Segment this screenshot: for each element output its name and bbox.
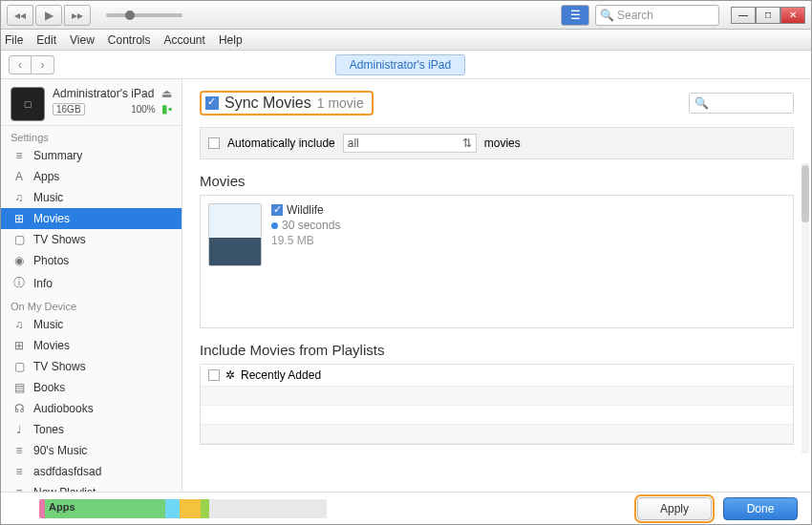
movies-search-input[interactable]: 🔍	[689, 93, 794, 114]
sidebar-item-label: Movies	[33, 339, 70, 352]
sidebar-item-music[interactable]: ♫Music	[1, 187, 182, 208]
list-view-button[interactable]: ☰	[561, 5, 589, 26]
sidebar-item-label: Photos	[33, 254, 69, 267]
done-button[interactable]: Done	[723, 497, 798, 520]
menu-controls[interactable]: Controls	[108, 33, 151, 47]
movies-heading: Movies	[200, 173, 794, 189]
photos-icon: ◉	[12, 254, 26, 267]
sidebar-item-summary[interactable]: ≡Summary	[1, 145, 182, 166]
movie-size: 19.5 MB	[271, 234, 340, 247]
info-icon: ⓘ	[12, 275, 26, 291]
apply-button[interactable]: Apply	[637, 497, 712, 520]
nav-forward-button[interactable]: ›	[32, 55, 54, 74]
sidebar-item-label: TV Shows	[33, 233, 86, 246]
global-search-input[interactable]: 🔍 Search	[595, 5, 719, 26]
playlist-row[interactable]: ✲ Recently Added	[201, 365, 793, 387]
sidebar-item-device-movies[interactable]: ⊞Movies	[1, 335, 182, 356]
sidebar-item-label: Music	[33, 318, 63, 331]
sidebar-item-tvshows[interactable]: ▢TV Shows	[1, 229, 182, 250]
sidebar-item-label: asdfdasfdsad	[33, 465, 101, 478]
sidebar-item-label: Audiobooks	[33, 402, 94, 415]
playlist-row-empty	[201, 425, 793, 444]
sidebar-item-playlist[interactable]: ≡90's Music	[1, 440, 182, 461]
prev-button[interactable]: ◂◂	[7, 5, 33, 26]
sync-movies-checkbox[interactable]	[205, 96, 219, 110]
menu-help[interactable]: Help	[219, 33, 243, 47]
search-icon: 🔍	[600, 9, 614, 22]
sidebar-item-label: Summary	[33, 149, 82, 162]
unwatched-dot-icon	[271, 222, 278, 229]
music-icon: ♫	[12, 191, 26, 204]
sidebar-item-device-audiobooks[interactable]: ☊Audiobooks	[1, 398, 182, 419]
sidebar-item-photos[interactable]: ◉Photos	[1, 250, 182, 271]
sidebar-item-label: 90's Music	[33, 444, 87, 457]
sync-movies-row: Sync Movies 1 movie	[200, 91, 374, 116]
sidebar-item-info[interactable]: ⓘInfo	[1, 271, 182, 295]
summary-icon: ≡	[12, 149, 26, 162]
eject-icon[interactable]: ⏏	[161, 87, 172, 100]
volume-slider[interactable]	[106, 13, 182, 17]
sidebar-item-label: TV Shows	[33, 360, 86, 373]
device-thumbnail-icon	[11, 87, 45, 121]
footer-bar: Apps Apply Done	[1, 492, 811, 524]
movies-icon: ⊞	[12, 212, 26, 225]
menu-view[interactable]: View	[70, 33, 95, 47]
close-button[interactable]: ✕	[780, 7, 805, 24]
device-capacity: 16GB	[53, 103, 85, 116]
sidebar-section-settings: Settings	[1, 126, 182, 145]
storage-seg	[180, 499, 200, 518]
search-placeholder: Search	[617, 9, 653, 22]
music-icon: ♫	[12, 318, 26, 331]
playlist-checkbox[interactable]	[208, 369, 220, 381]
movie-thumbnail[interactable]	[208, 203, 262, 266]
tv-icon: ▢	[12, 233, 26, 246]
title-bar: ◂◂ ▶ ▸▸ ☰ 🔍 Search — □ ✕	[1, 1, 811, 30]
nav-back-button[interactable]: ‹	[9, 55, 32, 74]
menu-edit[interactable]: Edit	[36, 33, 56, 47]
auto-include-select[interactable]: all ⇅	[343, 134, 477, 153]
breadcrumb[interactable]: Administrator's iPad	[335, 54, 465, 75]
sidebar-item-device-tv[interactable]: ▢TV Shows	[1, 356, 182, 377]
auto-include-suffix: movies	[484, 136, 521, 150]
menu-file[interactable]: File	[5, 33, 23, 47]
auto-include-label: Automatically include	[227, 136, 335, 150]
battery-pct: 100%	[131, 104, 156, 115]
movie-checkbox[interactable]	[271, 204, 283, 216]
auto-include-checkbox[interactable]	[208, 137, 220, 149]
sidebar-section-device: On My Device	[1, 295, 182, 314]
playlist-label: Recently Added	[241, 368, 321, 382]
nav-row: ‹ › Administrator's iPad	[1, 51, 811, 79]
movies-list: Wildlife 30 seconds 19.5 MB	[200, 195, 794, 328]
maximize-button[interactable]: □	[756, 7, 780, 24]
storage-seg-free	[209, 499, 327, 518]
movies-icon: ⊞	[12, 339, 26, 352]
scrollbar-thumb[interactable]	[801, 165, 809, 222]
sidebar-item-device-books[interactable]: ▤Books	[1, 377, 182, 398]
search-icon: 🔍	[694, 96, 709, 110]
device-header[interactable]: Administrator's iPad ⏏ 16GB 100% ▮▪	[1, 79, 182, 126]
storage-bar[interactable]: Apps	[39, 499, 327, 518]
sidebar-item-device-tones[interactable]: ♩Tones	[1, 419, 182, 440]
minimize-button[interactable]: —	[731, 7, 756, 24]
sync-movies-count: 1 movie	[317, 95, 364, 111]
play-button[interactable]: ▶	[35, 5, 62, 26]
storage-label: Apps	[49, 501, 75, 513]
storage-seg-apps: Apps	[45, 499, 165, 518]
sidebar-item-label: Info	[33, 277, 53, 290]
sidebar-item-playlist[interactable]: ≡asdfdasfdsad	[1, 461, 182, 482]
sidebar: Administrator's iPad ⏏ 16GB 100% ▮▪ Sett…	[1, 79, 182, 492]
sidebar-item-playlist[interactable]: ≡New Playlist	[1, 482, 182, 492]
playlist-row-empty	[201, 387, 793, 406]
playback-controls: ◂◂ ▶ ▸▸	[7, 5, 91, 26]
sidebar-item-device-music[interactable]: ♫Music	[1, 314, 182, 335]
sidebar-item-movies[interactable]: ⊞Movies	[1, 208, 182, 229]
sidebar-item-apps[interactable]: AApps	[1, 166, 182, 187]
next-button[interactable]: ▸▸	[64, 5, 91, 26]
chevron-updown-icon: ⇅	[462, 136, 472, 150]
window-controls: — □ ✕	[731, 7, 805, 24]
menu-account[interactable]: Account	[164, 33, 205, 47]
sidebar-item-label: Movies	[33, 212, 70, 225]
playlist-icon: ≡	[12, 444, 26, 457]
playlist-list: ✲ Recently Added	[200, 364, 794, 445]
movie-duration: 30 seconds	[282, 219, 340, 232]
